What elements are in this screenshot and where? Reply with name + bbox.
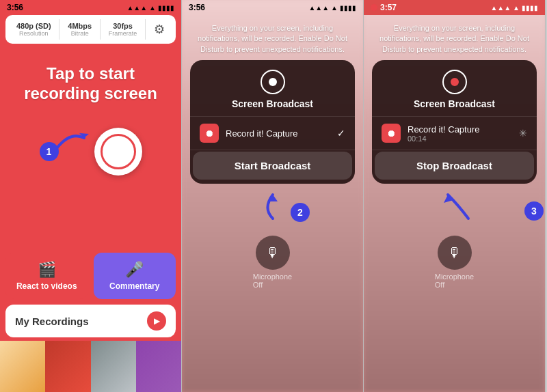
arrow-container-3: 3 (364, 188, 545, 222)
broadcast-title-3: Screen Broadcast (414, 98, 495, 109)
record-inner-ring (101, 134, 136, 169)
status-icons-1: ▲▲▲ ▲ ▮▮▮▮ (126, 4, 174, 12)
step-badge-2: 2 (291, 203, 310, 222)
status-icons-3: ▲▲▲ ▲ ▮▮▮▮ (490, 4, 538, 12)
broadcast-header-3: Screen Broadcast (372, 60, 537, 117)
mic-circle-3: 🎙 (438, 236, 472, 270)
divider-2 (100, 19, 101, 40)
action-buttons: 🎬 React to videos 🎤 Commentary (5, 253, 176, 299)
phone-panel-2: 3:56 ▲▲▲ ▲ ▮▮▮▮ Everything on your scree… (182, 0, 364, 392)
recordings-button[interactable]: My Recordings ▶ (5, 305, 176, 337)
react-to-videos-button[interactable]: 🎬 React to videos (5, 253, 88, 299)
phone-panel-3: 3:57 ▲▲▲ ▲ ▮▮▮▮ Everything on your scree… (364, 0, 546, 392)
broadcast-title-2: Screen Broadcast (232, 98, 313, 109)
status-time-3: 3:57 (380, 3, 397, 12)
video-camera-icon: 🎬 (38, 261, 56, 279)
thumbnail-4 (136, 341, 181, 392)
thumbnails-row (0, 341, 181, 392)
settings-bar: 480p (SD) Resolution 4Mbps Bitrate 30fps… (5, 15, 176, 44)
recording-dot (371, 4, 377, 11)
bottom-buttons: 🎬 React to videos 🎤 Commentary My Record… (5, 253, 176, 337)
svg-marker-2 (444, 195, 453, 203)
notice-text-2: Everything on your screen, including not… (182, 18, 363, 60)
status-time-2: 3:56 (189, 3, 205, 12)
step-badge-1: 1 (40, 142, 59, 161)
commentary-label: Commentary (109, 281, 159, 291)
app-icon-3: ⏺ (382, 124, 401, 143)
resolution-setting[interactable]: 480p (SD) Resolution (16, 22, 51, 37)
mic-section-2: 🎙 MicrophoneOff (182, 236, 363, 289)
broadcast-item-3[interactable]: ⏺ Record it! Capture 00:14 ✳ (372, 117, 537, 150)
panel-content-3: 3:57 ▲▲▲ ▲ ▮▮▮▮ Everything on your scree… (364, 0, 545, 392)
divider-3 (145, 19, 146, 40)
mic-section-3: 🎙 MicrophoneOff (364, 236, 545, 289)
arrow-icon-3 (434, 188, 475, 222)
status-bar-1: 3:56 ▲▲▲ ▲ ▮▮▮▮ (0, 0, 181, 15)
gear-icon[interactable]: ⚙ (154, 22, 165, 37)
commentary-button[interactable]: 🎤 Commentary (94, 253, 176, 299)
recordings-label: My Recordings (15, 316, 89, 327)
status-time-1: 3:56 (7, 3, 23, 12)
broadcast-modal-3: Screen Broadcast ⏺ Record it! Capture 00… (372, 60, 537, 184)
framerate-setting[interactable]: 30fps Framerate (109, 22, 137, 37)
tap-area: Tap to start recording screen 1 (0, 51, 181, 199)
stop-section: Stop Broadcast (372, 150, 537, 181)
microphone-icon: 🎤 (125, 261, 144, 279)
thumbnail-2 (45, 341, 90, 392)
app-icon-2: ⏺ (200, 124, 219, 143)
mic-label-3: MicrophoneOff (435, 272, 474, 289)
arrow-container-2: 2 (182, 188, 363, 222)
stop-broadcast-button[interactable]: Stop Broadcast (375, 152, 534, 180)
bitrate-setting[interactable]: 4Mbps Bitrate (68, 22, 92, 37)
app-name-2: Record it! Capture (226, 128, 337, 139)
divider-1 (59, 19, 59, 40)
arrow-icon-1 (53, 128, 91, 152)
spinner-icon-3: ✳ (519, 128, 527, 139)
status-bar-2: 3:56 ▲▲▲ ▲ ▮▮▮▮ (182, 0, 363, 15)
record-button[interactable] (94, 128, 142, 176)
tap-title: Tap to start recording screen (14, 64, 168, 104)
status-icons-2: ▲▲▲ ▲ ▮▮▮▮ (308, 4, 356, 12)
react-label: React to videos (16, 281, 77, 291)
broadcast-circle-3 (442, 70, 467, 94)
broadcast-header-2: Screen Broadcast (190, 60, 355, 117)
broadcast-item-2[interactable]: ⏺ Record it! Capture ✓ (190, 117, 355, 150)
play-icon: ▶ (147, 311, 166, 331)
start-section: Start Broadcast (190, 150, 355, 181)
thumbnail-1 (0, 341, 45, 392)
thumbnail-3 (91, 341, 136, 392)
broadcast-recording-dot-3 (451, 78, 459, 86)
app-name-3: Record it! Capture (408, 124, 519, 135)
step-badge-3: 3 (524, 201, 544, 221)
check-icon-2: ✓ (337, 128, 345, 139)
mic-label-2: MicrophoneOff (253, 272, 292, 289)
mic-circle-2: 🎙 (256, 236, 290, 270)
broadcast-circle-2 (261, 70, 285, 94)
broadcast-time-3: 00:14 (408, 135, 519, 143)
start-broadcast-button[interactable]: Start Broadcast (193, 152, 352, 180)
notice-text-3: Everything on your screen, including not… (364, 18, 545, 60)
broadcast-dot-2 (269, 78, 277, 86)
panel-content-2: 3:56 ▲▲▲ ▲ ▮▮▮▮ Everything on your scree… (182, 0, 363, 392)
arrow-icon-2 (256, 188, 290, 222)
status-bar-recording-3: 3:57 ▲▲▲ ▲ ▮▮▮▮ (364, 0, 545, 15)
phone-panel-1: 3:56 ▲▲▲ ▲ ▮▮▮▮ 480p (SD) Resolution 4Mb… (0, 0, 182, 392)
record-button-area: 1 (40, 117, 142, 186)
broadcast-modal-2: Screen Broadcast ⏺ Record it! Capture ✓ … (190, 60, 355, 184)
